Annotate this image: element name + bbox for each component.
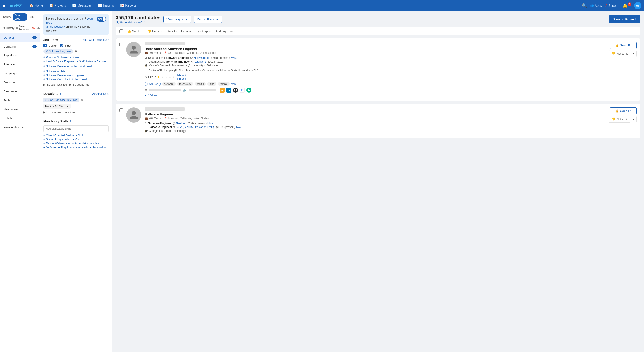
source-ats[interactable]: ATS [28, 15, 37, 19]
toggle-switch[interactable]: ON [97, 17, 106, 22]
user-avatar[interactable]: AT [634, 2, 641, 9]
skill-agile[interactable]: + Agile Methodologies [72, 142, 99, 145]
skill-restful[interactable]: + Restful Webservices [44, 142, 70, 145]
suggest-lead[interactable]: + Lead Software Engineer [44, 60, 75, 63]
skill-subversion[interactable]: + Subversion [90, 146, 106, 149]
past-checkbox[interactable] [60, 44, 64, 47]
skill-socket[interactable]: + Socket Programming [44, 138, 71, 141]
skill-ood[interactable]: + Object Oriented Design [44, 134, 74, 137]
glassdoor-icon[interactable]: ▶ [246, 88, 252, 93]
suggest-staff[interactable]: + Staff Software Engineer [77, 60, 108, 63]
bulk-engage[interactable]: Engage [181, 30, 191, 33]
source-open-web[interactable]: Open Web [13, 14, 27, 21]
radius-select[interactable]: Radius: 50 Miles ▼ [44, 104, 70, 109]
sidebar-item-language[interactable]: Language [0, 69, 40, 78]
view-insights-btn[interactable]: View Insights ▼ [163, 16, 191, 23]
search-icon[interactable]: 🔍 [580, 2, 588, 10]
location-tag[interactable]: ✕ San Francisco Bay Area [44, 98, 79, 102]
github-repo-2[interactable]: tlabu/a1 [176, 77, 186, 81]
not-fit-caret-1[interactable]: ▼ [630, 51, 636, 57]
ats-count[interactable]: (4,902 candidates in ATS) [116, 21, 161, 24]
more-jobs-link[interactable]: More [231, 57, 237, 59]
saved-searches-btn[interactable]: ≡ Saved Searches [16, 25, 30, 31]
bulk-save-to[interactable]: Save to [167, 30, 176, 33]
exclude-locations-toggle[interactable]: ▶ Exclude From Locations [44, 111, 109, 114]
select-all-checkbox[interactable] [120, 29, 123, 33]
sidebar-item-clearance[interactable]: Clearance [0, 87, 40, 96]
share-feedback-link[interactable]: Share feedback [46, 25, 65, 28]
location-tag-remove[interactable]: ✕ [45, 98, 48, 102]
power-filters-btn[interactable]: Power Filters ▼ [194, 16, 222, 23]
candidate-1-views[interactable]: 👁 3 Views [144, 94, 604, 97]
location-x-btn[interactable]: ✕ [81, 98, 83, 102]
not-fit-btn-2[interactable]: 👎 Not a Fit [609, 116, 630, 123]
social-icon-1[interactable]: a [220, 88, 224, 93]
sidebar-item-work-auth[interactable]: Work Authorizat... [0, 123, 40, 132]
add-tag-btn-1[interactable]: + Add Tag [144, 82, 161, 86]
grid-icon[interactable]: ⠿ [3, 3, 6, 8]
skill-req-analysis[interactable]: + Requirements Analysis [58, 146, 88, 149]
sidebar-item-company[interactable]: Company 1 [0, 42, 40, 51]
bulk-not-fit[interactable]: 👎 Not a fit [148, 30, 162, 33]
tag-close-btn[interactable]: ✕ [74, 49, 77, 54]
skills-info-icon[interactable]: ℹ [70, 120, 71, 123]
tag-remove-icon[interactable]: ✕ [46, 50, 48, 53]
history-btn[interactable]: ↺ History [3, 27, 14, 30]
nav-insights[interactable]: 📊 Insights [95, 0, 116, 11]
github-repo-1[interactable]: tlabu/a2 [176, 74, 186, 77]
current-checkbox[interactable] [44, 44, 47, 47]
google-icon[interactable]: G [240, 88, 245, 93]
suggest-tech-lead-2[interactable]: + Tech Lead [72, 78, 87, 81]
start-with-resume-link[interactable]: Start with Resume/JD [83, 38, 109, 42]
linkedin-icon[interactable]: in [226, 88, 231, 93]
suggest-dev[interactable]: + Software Developer [44, 65, 70, 68]
save-btn[interactable]: 🔖 Save [32, 27, 40, 30]
nav-messages[interactable]: ✉️ Messages [70, 0, 94, 11]
locations-info-icon[interactable]: ℹ [60, 92, 61, 96]
sidebar-item-general[interactable]: General 2 [0, 33, 40, 42]
more-tags-link-1[interactable]: More [231, 83, 237, 85]
add-edit-lists-link[interactable]: Add/Edit Lists [92, 92, 109, 95]
logo[interactable]: hireEZ [8, 3, 22, 8]
nav-projects[interactable]: 📋 Projects [47, 0, 69, 11]
save-to-project-btn[interactable]: Save to Project [609, 16, 640, 23]
apteligent-link[interactable]: Apteligent [194, 60, 206, 63]
notification-area[interactable]: 🔔 5 [621, 2, 632, 10]
bulk-good-fit[interactable]: 👍 Good Fit [128, 30, 143, 33]
candidate-2-title[interactable]: Software Engineer [144, 112, 604, 116]
bulk-sync-export[interactable]: Sync/Export [196, 30, 211, 33]
suggest-sde[interactable]: + Software Development Engineer [44, 74, 109, 77]
skill-oop[interactable]: + Oop [73, 138, 80, 141]
nav-home[interactable]: 🏠 Home [27, 0, 46, 11]
not-fit-caret-2[interactable]: ▼ [630, 116, 636, 122]
bulk-add-tag[interactable]: Add tag [216, 30, 226, 33]
include-exclude-toggle[interactable]: ▶ Include / Exclude From Current Title [44, 83, 109, 86]
zillow-link[interactable]: Zillow Group [194, 56, 208, 59]
suggest-architect[interactable]: + Software Architect [44, 70, 109, 73]
apps-button[interactable]: 👥 Apps [590, 4, 602, 8]
skill-msvc[interactable]: + Ms Vc++ [44, 146, 56, 149]
suggest-consultant[interactable]: + Software Consultant [44, 78, 70, 81]
more-rsa-link[interactable]: More [236, 126, 242, 129]
bulk-more-btn[interactable]: ··· [230, 30, 233, 33]
nav-reports[interactable]: 📈 Reports [118, 0, 139, 11]
good-fit-btn-1[interactable]: 👍 Good Fit [610, 42, 636, 49]
not-fit-btn-1[interactable]: 👎 Not a Fit [609, 50, 630, 57]
more-jobs-link-2[interactable]: More [208, 122, 213, 125]
suggest-tech-lead[interactable]: + Technical Lead [71, 65, 92, 68]
sidebar-item-experience[interactable]: Experience [0, 51, 40, 60]
sidebar-item-diversity[interactable]: Diversity [0, 78, 40, 87]
sidebar-item-tech[interactable]: Tech [0, 96, 40, 105]
suggest-principal[interactable]: + Principal Software Engineer [44, 56, 109, 59]
sidebar-item-scholar[interactable]: Scholar [0, 114, 40, 123]
rsa-link[interactable]: RSA (Security Division of EMC) [176, 126, 214, 129]
github-social-icon[interactable] [233, 88, 238, 93]
candidate-1-title[interactable]: Data/Backend Software Engineer [144, 47, 604, 51]
software-engineer-tag[interactable]: ✕ Software Engineer [44, 49, 73, 54]
mandatory-skills-input[interactable] [44, 125, 109, 132]
good-fit-btn-2[interactable]: 👍 Good Fit [610, 107, 636, 114]
support-button[interactable]: ❓ Support [604, 4, 619, 8]
candidate-2-checkbox[interactable] [120, 108, 123, 112]
naehas-link[interactable]: Naehas [176, 122, 185, 125]
skill-xml[interactable]: + Xml [76, 134, 83, 137]
